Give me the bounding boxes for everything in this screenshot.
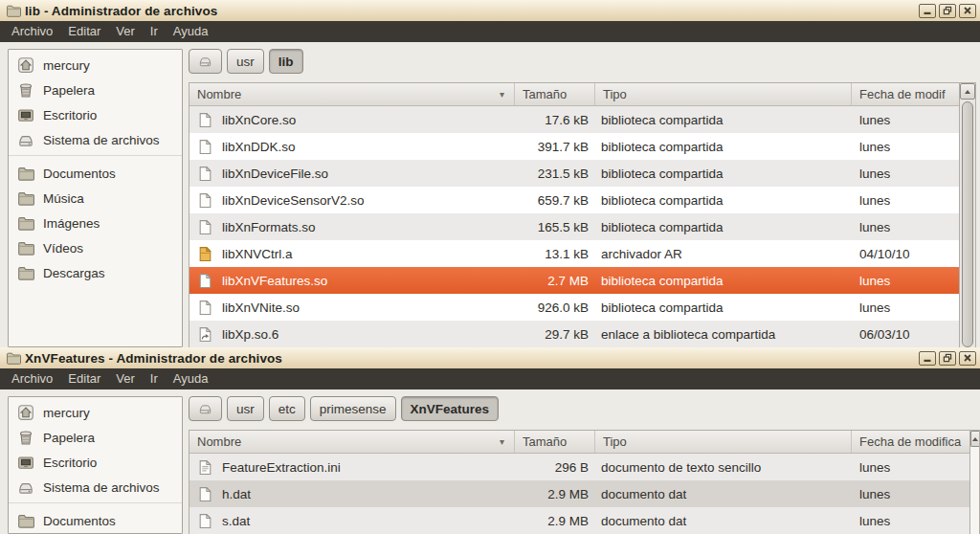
table-row[interactable]: libXnFormats.so 165.5 kB biblioteca comp… <box>189 213 959 240</box>
table-row[interactable]: libXnCore.so 17.6 kB biblioteca comparti… <box>189 106 959 133</box>
main-panel: usr lib Nombre▾ Tamaño Tipo Fecha de mod… <box>189 49 976 347</box>
sidebar-item[interactable]: Música <box>9 186 182 211</box>
maximize-button[interactable] <box>939 4 956 18</box>
vertical-scrollbar[interactable] <box>959 83 975 347</box>
file-size-cell: 659.7 kB <box>515 193 595 208</box>
table-row[interactable]: s.dat 2.9 MB documento dat lunes <box>189 507 969 534</box>
folder-icon <box>17 165 34 182</box>
breadcrumb-button[interactable]: usr <box>227 396 264 421</box>
file-icon <box>197 513 213 529</box>
column-header-type[interactable]: Tipo <box>595 83 852 105</box>
file-icon <box>197 486 213 502</box>
menu-item[interactable]: Archivo <box>4 21 60 42</box>
breadcrumb-button[interactable]: etc <box>269 396 305 421</box>
sidebar-item[interactable]: Papelera <box>9 78 182 102</box>
sidebar-item[interactable]: mercury <box>9 53 182 78</box>
table-row[interactable]: FeatureExtraction.ini 296 B documento de… <box>189 454 969 480</box>
menu-item[interactable]: Ver <box>108 368 143 389</box>
sidebar-item[interactable]: Escritorio <box>9 102 182 127</box>
scroll-up-button[interactable] <box>970 431 979 447</box>
arrow-up-icon <box>964 89 971 95</box>
breadcrumb-button[interactable]: lib <box>269 49 303 74</box>
column-header-size[interactable]: Tamaño <box>515 83 595 105</box>
minimize-button[interactable] <box>919 351 936 366</box>
sidebar-item[interactable]: Escritorio <box>9 450 182 475</box>
sidebar-item[interactable]: Sistema de archivos <box>9 127 182 156</box>
breadcrumb-button[interactable]: XnVFeatures <box>401 396 500 421</box>
file-name-cell: libXp.so.6 <box>189 326 515 343</box>
sidebar-item[interactable]: mercury <box>9 400 182 425</box>
close-button[interactable] <box>959 4 976 18</box>
sidebar-item[interactable]: Vídeos <box>9 235 182 260</box>
file-type-cell: documento de texto sencillo <box>595 460 852 475</box>
breadcrumb: usr etc primesense XnVFeatures <box>189 396 980 421</box>
breadcrumb-button[interactable] <box>189 49 222 74</box>
column-header-type[interactable]: Tipo <box>595 431 852 453</box>
sidebar-item[interactable]: Sistema de archivos <box>9 475 182 503</box>
file-icon <box>197 139 213 155</box>
menu-item[interactable]: Ir <box>143 21 166 42</box>
table-row[interactable]: libXnDDK.so 391.7 kB biblioteca comparti… <box>189 133 959 160</box>
table-row[interactable]: libXnDeviceSensorV2.so 659.7 kB bibliote… <box>189 187 959 213</box>
desktop-icon <box>17 106 34 123</box>
sidebar-item[interactable]: Imágenes <box>9 211 182 235</box>
menu-item[interactable]: Editar <box>60 368 108 389</box>
sidebar-item[interactable]: Documentos <box>9 161 182 186</box>
column-header-date[interactable]: Fecha de modifica <box>852 431 969 453</box>
column-header-size[interactable]: Tamaño <box>515 431 595 453</box>
table-row[interactable]: libXp.so.6 29.7 kB enlace a biblioteca c… <box>189 321 959 347</box>
breadcrumb-button[interactable]: usr <box>227 49 264 74</box>
table-row[interactable]: libXnVFeatures.so 2.7 MB biblioteca comp… <box>189 267 959 294</box>
table-row[interactable]: libXnDeviceFile.so 231.5 kB biblioteca c… <box>189 160 959 187</box>
file-name-cell: libXNVCtrl.a <box>189 246 515 262</box>
title-bar[interactable]: lib - Administrador de archivos <box>0 0 980 21</box>
scrollbar-thumb[interactable] <box>962 101 973 347</box>
file-name-cell: libXnVNite.so <box>189 300 515 316</box>
minimize-button[interactable] <box>919 4 936 18</box>
folder-icon <box>17 189 34 207</box>
menu-item[interactable]: Archivo <box>4 368 60 389</box>
file-table: Nombre▾ Tamaño Tipo Fecha de modifica Fe… <box>189 431 969 534</box>
column-header-name[interactable]: Nombre▾ <box>189 83 515 105</box>
breadcrumb-button[interactable]: primesense <box>310 396 396 421</box>
sidebar-item[interactable]: Documentos <box>9 508 182 533</box>
file-size-cell: 926.0 kB <box>515 300 595 315</box>
file-size-cell: 296 B <box>515 460 595 475</box>
file-name-cell: libXnDDK.so <box>189 139 515 155</box>
file-date-cell: lunes <box>852 113 959 127</box>
window-content: mercury Papelera Escritorio Sistema de a… <box>0 389 980 534</box>
minimize-icon <box>923 353 932 363</box>
sidebar-item[interactable]: Descargas <box>9 260 182 285</box>
folder-icon <box>17 239 34 256</box>
title-bar[interactable]: XnVFeatures - Administrador de archivos <box>0 347 980 368</box>
menu-item[interactable]: Ayuda <box>166 21 216 42</box>
minimize-icon <box>923 6 932 15</box>
file-date-cell: lunes <box>852 274 959 288</box>
menu-item[interactable]: Editar <box>60 21 108 42</box>
close-button[interactable] <box>959 351 976 366</box>
close-icon <box>963 6 972 15</box>
table-row[interactable]: h.dat 2.9 MB documento dat lunes <box>189 480 969 507</box>
file-manager-window-lib: lib - Administrador de archivos ArchivoE… <box>0 0 980 347</box>
breadcrumb-button[interactable] <box>189 396 222 421</box>
sort-descending-icon: ▾ <box>500 436 506 447</box>
table-row[interactable]: libXNVCtrl.a 13.1 kB archivador AR 04/10… <box>189 240 959 267</box>
file-size-cell: 2.9 MB <box>515 514 595 528</box>
menu-item[interactable]: Ir <box>143 368 166 389</box>
sidebar-item[interactable]: Papelera <box>9 425 182 450</box>
menu-item[interactable]: Ver <box>108 21 143 42</box>
vertical-scrollbar[interactable] <box>969 431 979 534</box>
main-panel: usr etc primesense XnVFeatures <box>189 396 980 534</box>
table-row[interactable]: libXnVNite.so 926.0 kB biblioteca compar… <box>189 294 959 321</box>
file-icon <box>197 192 213 209</box>
maximize-button[interactable] <box>939 351 956 366</box>
file-icon <box>197 112 213 128</box>
close-icon <box>963 353 972 363</box>
file-date-cell: lunes <box>852 193 959 208</box>
table-rows: FeatureExtraction.ini 296 B documento de… <box>189 454 969 534</box>
column-header-name[interactable]: Nombre▾ <box>189 431 515 453</box>
column-header-date[interactable]: Fecha de modif <box>852 83 959 105</box>
table-header: Nombre▾ Tamaño Tipo Fecha de modif <box>189 83 959 106</box>
menu-item[interactable]: Ayuda <box>166 368 216 389</box>
scroll-up-button[interactable] <box>960 83 975 100</box>
